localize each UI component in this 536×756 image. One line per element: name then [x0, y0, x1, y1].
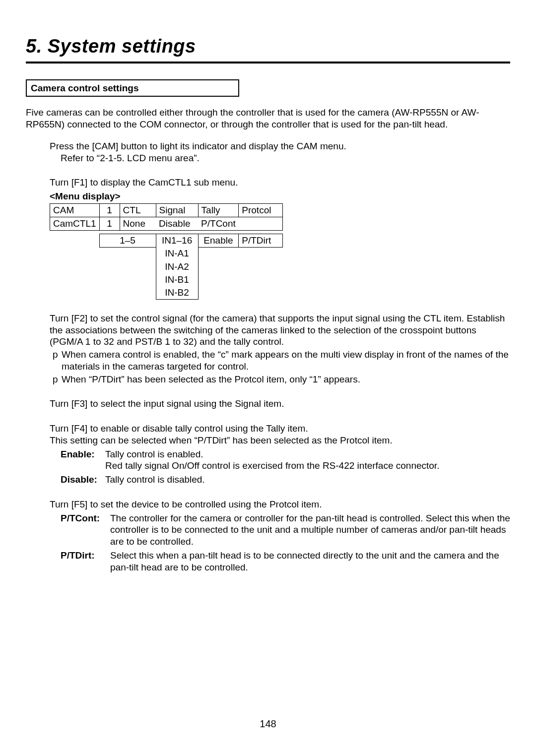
- step-5-line-2: This setting can be selected when “P/TDi…: [50, 435, 510, 446]
- lcd-h-page: 1: [99, 203, 120, 217]
- step-2: Turn [F1] to display the CamCTL1 sub men…: [50, 177, 510, 189]
- step-1: Press the [CAM] button to light its indi…: [50, 140, 510, 164]
- step-5-line-1: Turn [F4] to enable or disable tally con…: [50, 423, 510, 435]
- lcd-menu-table: CAM 1 CTL Signal Tally Protcol CamCTL1 1…: [50, 203, 283, 300]
- page-number: 148: [0, 718, 536, 730]
- step-3-bullet-1: p When camera control is enabled, the “c…: [53, 349, 510, 373]
- lcd-opt-signal-4: IN-B2: [156, 286, 198, 300]
- lcd-h-protcol: Protcol: [239, 203, 283, 217]
- step-1-line-2: Refer to “2-1-5. LCD menu area”.: [61, 152, 510, 164]
- lcd-h-cam: CAM: [50, 203, 100, 217]
- lcd-options-row-2: IN-A1: [50, 247, 283, 260]
- enable-def-2: Red tally signal On/Off control is exerc…: [105, 460, 510, 472]
- step-6: Turn [F5] to set the device to be contro…: [50, 499, 510, 510]
- ptdirt-term: P/TDirt:: [61, 550, 110, 573]
- lcd-options-row-1: 1–5 IN1–16 Enable P/TDirt: [50, 234, 283, 247]
- bullet-mark: p: [53, 349, 62, 373]
- ptcont-def: The controller for the camera or control…: [110, 512, 510, 548]
- lcd-opt-protcol: P/TDirt: [239, 234, 283, 247]
- lcd-options-row-5: IN-B2: [50, 286, 283, 300]
- ptdirt-def: Select this when a pan-tilt head is to b…: [110, 550, 510, 573]
- disable-term: Disable:: [61, 474, 105, 486]
- bullet-mark: p: [53, 374, 62, 385]
- ptcont-def-row: P/TCont: The controller for the camera o…: [61, 512, 510, 548]
- ptdirt-def-row: P/TDirt: Select this when a pan-tilt hea…: [61, 550, 510, 573]
- enable-def: Tally control is enabled. Red tally sign…: [105, 448, 510, 472]
- disable-def-row: Disable: Tally control is disabled.: [61, 474, 510, 486]
- ptcont-term: P/TCont:: [61, 512, 110, 548]
- lcd-options-row-4: IN-B1: [50, 273, 283, 286]
- disable-def: Tally control is disabled.: [105, 474, 510, 486]
- step-3-paragraph: Turn [F2] to set the control signal (for…: [50, 313, 510, 348]
- lcd-v-protcol: P/TCont: [198, 217, 239, 230]
- lcd-header-row: CAM 1 CTL Signal Tally Protcol: [50, 203, 283, 217]
- section-heading-box: Camera control settings: [26, 79, 239, 97]
- step-1-line-1: Press the [CAM] button to light its indi…: [50, 140, 510, 152]
- lcd-opt-signal-3: IN-B1: [156, 273, 198, 286]
- step-4: Turn [F3] to select the input signal usi…: [50, 398, 510, 410]
- lcd-v-empty: [239, 217, 283, 230]
- lcd-opt-signal-0: IN1–16: [156, 234, 198, 247]
- lcd-v-tally: Disable: [156, 217, 198, 230]
- enable-def-row: Enable: Tally control is enabled. Red ta…: [61, 448, 510, 472]
- lcd-opt-signal-1: IN-A1: [156, 247, 198, 260]
- lcd-v-submenu: CamCTL1: [50, 217, 100, 230]
- lcd-opt-signal-2: IN-A2: [156, 260, 198, 273]
- lcd-h-tally: Tally: [198, 203, 239, 217]
- lcd-options-row-3: IN-A2: [50, 260, 283, 273]
- step-3-bullet-2: p When “P/TDirt” has been selected as th…: [53, 374, 510, 385]
- enable-term: Enable:: [61, 448, 105, 472]
- lcd-opt-tally: Enable: [198, 234, 239, 247]
- lcd-opt-ctl: 1–5: [99, 234, 156, 247]
- chapter-title: 5. System settings: [26, 35, 510, 63]
- menu-display-label: <Menu display>: [50, 190, 510, 202]
- lcd-spacer-row: [50, 230, 283, 234]
- lcd-h-ctl: CTL: [120, 203, 156, 217]
- bullet-text: When camera control is enabled, the “c” …: [62, 349, 510, 373]
- lcd-v-signal: None: [120, 217, 156, 230]
- intro-paragraph: Five cameras can be controlled either th…: [26, 107, 510, 130]
- lcd-h-signal: Signal: [156, 203, 198, 217]
- lcd-v-ctl: 1: [99, 217, 120, 230]
- lcd-value-row: CamCTL1 1 None Disable P/TCont: [50, 217, 283, 230]
- bullet-text: When “P/TDirt” has been selected as the …: [62, 374, 510, 385]
- enable-def-1: Tally control is enabled.: [105, 448, 510, 460]
- page: 5. System settings Camera control settin…: [0, 0, 536, 756]
